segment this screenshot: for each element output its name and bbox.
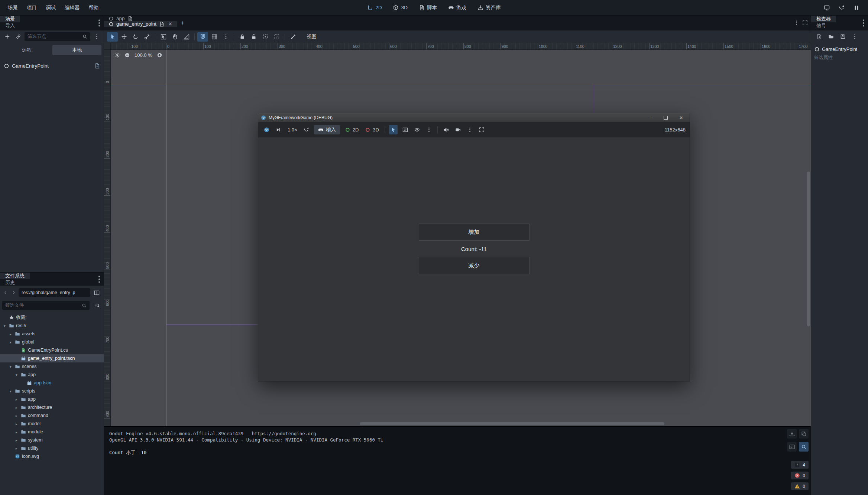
ungroup-selected[interactable] [271,32,282,42]
scene-tab-app[interactable]: app [104,16,177,21]
dock-tab-item[interactable]: 导入 [0,22,20,29]
select-tool[interactable] [107,32,118,42]
maximize-button[interactable] [658,113,673,122]
workspace-3d[interactable]: 3D [389,3,412,12]
group-selected[interactable] [260,32,271,42]
file-item[interactable]: 收藏: [0,313,104,322]
toggle-split-mode-button[interactable] [92,288,101,297]
debug-2d-toggle[interactable]: 2D [343,125,360,134]
expand-viewport-icon[interactable] [802,20,808,26]
local-button[interactable]: 本地 [52,45,101,55]
save-resource-button[interactable] [838,32,848,42]
search-log-button[interactable] [799,442,809,452]
lock-selected[interactable] [237,32,247,42]
scene-node-gameentrypoint[interactable]: GameEntryPoint [0,61,104,71]
close-button[interactable]: ✕ [673,113,689,122]
scale-tool[interactable] [142,32,152,42]
chevron-right-icon[interactable]: ▸ [8,332,13,336]
file-scenes[interactable]: ▾scenes [0,362,104,371]
property-filter-input[interactable]: 筛选属性 [814,55,865,61]
file-icon-svg[interactable]: icon.svg [0,452,104,460]
camera-override[interactable] [454,125,462,134]
inspector-menu-icon[interactable] [859,16,868,30]
file-filter-input[interactable]: 筛选文件 [2,301,90,310]
filesystem-menu-icon[interactable] [95,273,104,286]
path-input[interactable]: res://global/game_entry_p [19,288,90,297]
left-dock-menu-icon[interactable] [95,16,104,30]
pick-mode[interactable] [389,125,398,134]
file-assets[interactable]: ▸assets [0,330,104,338]
chevron-right-icon[interactable]: ▸ [14,422,19,426]
unlock-selected[interactable] [248,32,259,42]
game-window-titlebar[interactable]: MyGFrameworkGame (DEBUG) – ✕ [258,113,690,122]
debug-options-menu[interactable] [425,125,433,134]
camera-options-menu[interactable] [466,125,474,134]
forward-button[interactable] [10,288,17,297]
file-gameentrypoint-cs[interactable]: #GameEntryPoint.cs [0,346,104,354]
chevron-right-icon[interactable]: ▸ [14,438,19,442]
instance-scene-button[interactable] [13,32,23,42]
chevron-right-icon[interactable]: ▸ [14,446,19,450]
speed-select[interactable]: 1.0× [286,127,299,133]
minimize-button[interactable]: – [642,113,658,122]
chevron-down-icon[interactable]: ▾ [2,324,7,328]
menu-item[interactable]: 编辑器 [61,3,84,13]
list-select-tool[interactable] [158,32,169,42]
workspace-2d[interactable]: 2D [363,3,386,12]
errors-badge[interactable]: 0 [791,472,809,479]
smart-snap-toggle[interactable] [197,32,208,42]
debug-3d-toggle[interactable]: 3D [363,125,380,134]
file-command[interactable]: ▸command [0,411,104,420]
increase-button[interactable]: 增加 [419,224,529,241]
dock-tab-item[interactable]: 场景 [0,16,20,22]
scene-tree-menu-button[interactable] [92,32,101,42]
add-node-button[interactable] [2,32,12,42]
fs-tab-item[interactable]: 历史 [0,279,30,286]
inspector-tab-item[interactable]: 信号 [811,22,836,29]
back-button[interactable] [2,288,9,297]
sort-files-button[interactable] [92,300,101,310]
view-menu-button[interactable]: 视图 [303,32,320,42]
file-app[interactable]: ▸app [0,395,104,403]
scene-tab-game-entry-point[interactable]: game_entry_point✕ [104,21,177,27]
move-tool[interactable] [119,32,129,42]
menu-item[interactable]: 调试 [42,3,60,13]
input-mode-toggle[interactable]: 输入 [314,125,340,134]
debug-session[interactable] [262,125,271,134]
copy-log-button[interactable] [799,429,809,439]
skeleton-menu[interactable] [288,32,298,42]
zoom-level[interactable]: 100.0 % [135,52,152,58]
audio-mute-toggle[interactable] [442,125,450,134]
selection-list[interactable] [401,125,409,134]
snap-options-menu[interactable] [220,32,231,42]
file-app[interactable]: ▾app [0,371,104,379]
file-model[interactable]: ▸model [0,420,104,428]
chevron-down-icon[interactable]: ▾ [8,365,13,369]
restart-project-button[interactable] [836,3,847,13]
chevron-right-icon[interactable]: ▸ [14,406,19,410]
grid-snap-toggle[interactable] [209,32,220,42]
pan-tool[interactable] [169,32,180,42]
file-utility[interactable]: ▸utility [0,444,104,452]
file-module[interactable]: ▸module [0,428,104,436]
file-app-tscn[interactable]: app.tscn [0,379,104,387]
fs-tab-item[interactable]: 文件系统 [0,273,30,279]
chevron-down-icon[interactable]: ▾ [8,389,13,393]
workspace-item[interactable]: 资产库 [473,3,505,13]
file-res[interactable]: ▾res:// [0,322,104,330]
close-tab-icon[interactable]: ✕ [168,21,172,27]
node-filter-input[interactable]: 筛选节点 [25,32,90,41]
remote-button[interactable]: 远程 [2,45,51,55]
inspector-tab-item[interactable]: 检查器 [811,16,836,22]
remote-window-button[interactable] [821,3,832,13]
resource-menu-button[interactable] [850,32,859,42]
scene-tabs-menu-icon[interactable] [794,20,799,26]
chevron-down-icon[interactable]: ▾ [8,340,13,344]
snowflake-icon[interactable] [114,52,120,58]
new-resource-button[interactable] [814,32,824,42]
file-scripts[interactable]: ▾scripts [0,387,104,395]
embed-fullscreen[interactable] [477,125,486,134]
zoom-in-button[interactable] [157,52,162,58]
restart-game[interactable] [302,125,311,134]
chevron-right-icon[interactable]: ▸ [14,397,19,401]
